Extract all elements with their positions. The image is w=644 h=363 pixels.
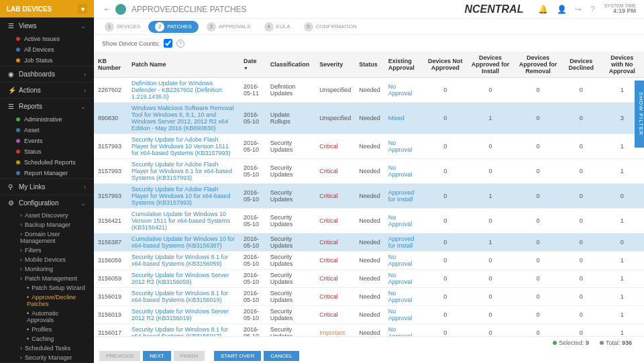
approval-link[interactable]: Mixed <box>384 103 424 134</box>
sidebar-subitem[interactable]: ›Asset Discovery <box>0 211 94 220</box>
table-row[interactable]: 3157993Security Update for Adobe Flash P… <box>94 184 644 209</box>
sidebar-item[interactable]: Job Status <box>0 55 94 66</box>
sidebar-item[interactable]: Events <box>0 136 94 146</box>
approval-link[interactable]: No Approval <box>384 270 424 288</box>
patch-name-link[interactable]: Definition Update for Windows Defender -… <box>127 78 239 103</box>
wizard-step[interactable]: 5CONFIRMATION <box>299 22 362 32</box>
logout-icon[interactable]: ↪ <box>575 5 582 14</box>
table-row[interactable]: 3156059Security Update for Windows Serve… <box>94 270 644 288</box>
table-row[interactable]: 3156387Cumulative Update for Windows 10 … <box>94 234 644 252</box>
sidebar-subitem2[interactable]: •Approve/Decline Patches <box>0 293 94 309</box>
approval-link[interactable]: No Approval <box>384 159 424 184</box>
collapse-sidebar-icon[interactable]: ⇤ <box>102 6 113 13</box>
column-header[interactable]: Classification <box>266 52 316 78</box>
column-header[interactable]: Devices Not Approved <box>423 52 467 78</box>
sidebar-item[interactable]: All Devices <box>0 44 94 55</box>
sidebar-subitem[interactable]: ›Domain User Management <box>0 229 94 246</box>
approval-link[interactable]: No Approval <box>384 324 424 337</box>
patch-name-link[interactable]: Cumulative Update for Windows 10 for x64… <box>127 234 239 252</box>
column-header[interactable]: Devices Declined <box>562 52 600 78</box>
table-row[interactable]: 3157993Security Update for Adobe Flash P… <box>94 134 644 159</box>
sidebar-subitem[interactable]: ›Mobile Devices <box>0 255 94 264</box>
wizard-step[interactable]: 1DEVICES <box>99 22 146 32</box>
patch-name-link[interactable]: Security Update for Windows Server 2012 … <box>127 270 239 288</box>
sidebar-header[interactable]: LAB DEVICES ▾ <box>0 0 94 17</box>
sidebar-subitem[interactable]: ›Scheduled Tasks <box>0 344 94 353</box>
sidebar-subitem2[interactable]: •Caching <box>0 334 94 344</box>
patch-name-link[interactable]: Security Update for Windows Server 2012 … <box>127 306 239 324</box>
patch-name-link[interactable]: Security Update for Windows 8.1 for x64-… <box>127 288 239 306</box>
nav-config[interactable]: ⚙Configuration⌄ <box>0 195 94 211</box>
column-header[interactable]: Date ▼ <box>239 52 266 78</box>
counts-checkbox[interactable] <box>164 39 172 48</box>
column-header[interactable]: Patch Name <box>127 52 239 78</box>
sidebar-item[interactable]: Asset <box>0 125 94 136</box>
sidebar-item[interactable]: Active Issues <box>0 34 94 44</box>
sidebar-title: LAB DEVICES <box>7 5 52 13</box>
approval-link[interactable]: No Approval <box>384 134 424 159</box>
sidebar-subitem[interactable]: ›Filters <box>0 246 94 255</box>
patch-name-link[interactable]: Security Update for Adobe Flash Player f… <box>127 159 239 184</box>
approval-link[interactable]: Approved for Install <box>384 184 424 209</box>
patch-name-link[interactable]: Cumulative Update for Windows 10 Version… <box>127 209 239 234</box>
patch-name-link[interactable]: Security Update for Adobe Flash Player f… <box>127 134 239 159</box>
column-header[interactable]: Status <box>355 52 384 78</box>
sidebar-dropdown-icon[interactable]: ▾ <box>78 4 87 13</box>
sidebar-item[interactable]: Report Manager <box>0 168 94 178</box>
sidebar-subitem[interactable]: ›Monitoring <box>0 264 94 274</box>
bell-icon[interactable]: 🔔 <box>538 5 548 14</box>
table-row[interactable]: 2267602Definition Update for Windows Def… <box>94 78 644 103</box>
column-header[interactable]: Devices with No Approval <box>600 52 644 78</box>
approval-link[interactable]: Approved for Install <box>384 234 424 252</box>
wizard-step[interactable]: 3APPROVALS <box>201 22 256 32</box>
wizard-step[interactable]: 4EULA <box>259 22 296 32</box>
finish-button[interactable]: FINISH <box>174 351 205 361</box>
sidebar-item[interactable]: Administrative <box>0 114 94 125</box>
start-over-button[interactable]: START OVER <box>214 351 261 361</box>
column-header[interactable]: KB Number <box>94 52 127 78</box>
approval-link[interactable]: No Approval <box>384 306 424 324</box>
sidebar-subitem2[interactable]: •Automatic Approvals <box>0 309 94 325</box>
next-button[interactable]: NEXT <box>143 351 170 361</box>
column-header[interactable]: Existing Approval <box>384 52 424 78</box>
nav-reports[interactable]: ☰Reports⌄ <box>0 98 94 114</box>
counts-help-icon[interactable]: ? <box>176 40 184 48</box>
user-icon[interactable]: 👤 <box>557 5 567 14</box>
table-row[interactable]: 3156017Security Update for Windows 8.1 f… <box>94 324 644 337</box>
table-row[interactable]: 3156019Security Update for Windows 8.1 f… <box>94 288 644 306</box>
nav-dashboards[interactable]: ◉Dashboards› <box>0 66 94 82</box>
approval-link[interactable]: No Approval <box>384 288 424 306</box>
patch-name-link[interactable]: Security Update for Windows 8.1 for x64-… <box>127 324 239 337</box>
sidebar-subitem[interactable]: ›Security Manager <box>0 353 94 362</box>
table-row[interactable]: 890830Windows Malicious Software Removal… <box>94 103 644 134</box>
grid-scroll[interactable]: KB NumberPatch NameDate ▼ClassificationS… <box>94 52 644 336</box>
sidebar-subitem2[interactable]: •Patch Setup Wizard <box>0 283 94 293</box>
nav-views[interactable]: ☰Views⌄ <box>0 17 94 34</box>
cancel-button[interactable]: CANCEL <box>264 351 299 361</box>
sidebar-item[interactable]: Scheduled Reports <box>0 157 94 168</box>
approval-link[interactable]: No Approval <box>384 78 424 103</box>
sidebar-item[interactable]: Status <box>0 146 94 157</box>
approval-link[interactable]: No Approval <box>384 209 424 234</box>
column-header[interactable]: Severity <box>315 52 355 78</box>
nav-mylinks[interactable]: ⚲My Links› <box>0 178 94 195</box>
table-body: 2267602Definition Update for Windows Def… <box>94 78 644 337</box>
patch-name-link[interactable]: Windows Malicious Software Removal Tool … <box>127 103 239 134</box>
wizard-step[interactable]: 2PATCHES <box>148 21 199 33</box>
table-row[interactable]: 3157993Security Update for Adobe Flash P… <box>94 159 644 184</box>
table-row[interactable]: 3156019Security Update for Windows Serve… <box>94 306 644 324</box>
patch-name-link[interactable]: Security Update for Windows 8.1 for x64-… <box>127 252 239 270</box>
help-icon[interactable]: ? <box>590 5 595 14</box>
patch-name-link[interactable]: Security Update for Adobe Flash Player f… <box>127 184 239 209</box>
show-filter-tab[interactable]: SHOW FILTER <box>635 81 644 148</box>
column-header[interactable]: Devices Approved for Install <box>467 52 514 78</box>
sidebar-subitem[interactable]: ›Patch Management <box>0 274 94 283</box>
sidebar-subitem[interactable]: ›Backup Manager <box>0 220 94 229</box>
nav-actions[interactable]: ⚡Actions› <box>0 82 94 98</box>
table-row[interactable]: 3156059Security Update for Windows 8.1 f… <box>94 252 644 270</box>
table-row[interactable]: 3156421Cumulative Update for Windows 10 … <box>94 209 644 234</box>
approval-link[interactable]: No Approval <box>384 252 424 270</box>
previous-button[interactable]: PREVIOUS <box>99 351 140 361</box>
column-header[interactable]: Devices Approved for Removal <box>514 52 562 78</box>
sidebar-subitem2[interactable]: •Profiles <box>0 325 94 334</box>
